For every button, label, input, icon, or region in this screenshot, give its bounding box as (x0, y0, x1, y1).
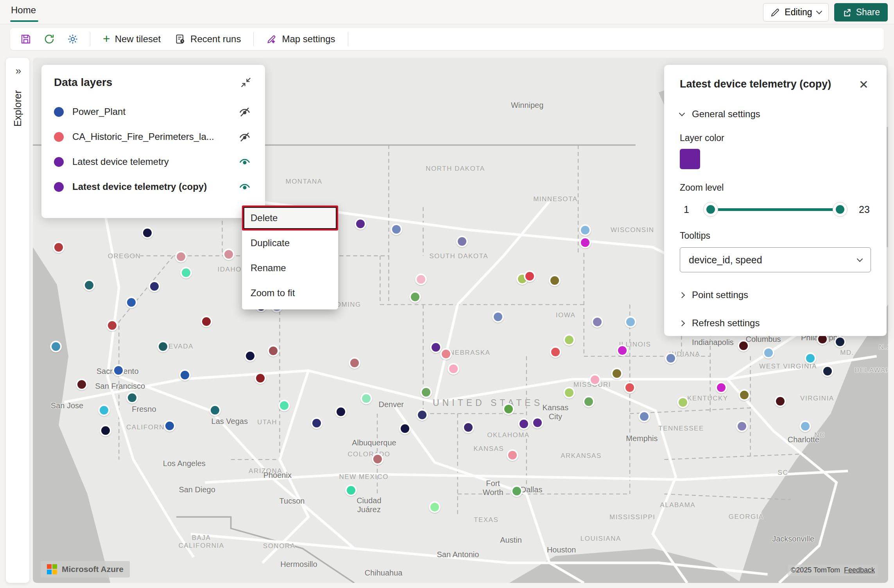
close-icon[interactable]: ✕ (856, 78, 871, 91)
telemetry-point[interactable] (179, 369, 191, 381)
telemetry-point[interactable] (420, 386, 432, 398)
telemetry-point[interactable] (372, 453, 383, 465)
collapse-panel-icon[interactable] (239, 76, 253, 89)
expand-explorer-button[interactable]: » (16, 65, 20, 77)
telemetry-point[interactable] (616, 345, 628, 356)
telemetry-point[interactable] (100, 425, 111, 436)
telemetry-point[interactable] (774, 395, 786, 407)
telemetry-point[interactable] (355, 218, 366, 230)
eye-off-icon[interactable] (237, 129, 253, 145)
telemetry-point[interactable] (106, 320, 118, 331)
telemetry-point[interactable] (335, 406, 347, 418)
telemetry-point[interactable] (511, 485, 523, 497)
telemetry-point[interactable] (126, 392, 138, 404)
telemetry-point[interactable] (98, 404, 110, 416)
eye-icon[interactable] (237, 179, 253, 195)
telemetry-point[interactable] (763, 347, 774, 359)
context-menu-item-delete[interactable]: Delete (242, 206, 338, 231)
telemetry-point[interactable] (244, 350, 256, 362)
refresh-button[interactable] (39, 30, 59, 48)
editing-mode-button[interactable]: Editing (763, 3, 828, 21)
telemetry-point[interactable] (563, 387, 575, 399)
telemetry-point[interactable] (677, 397, 689, 408)
refresh-settings-section-toggle[interactable]: Refresh settings (680, 318, 871, 329)
telemetry-point[interactable] (360, 393, 372, 404)
context-menu-item-zoom-to-fit[interactable]: Zoom to fit (242, 281, 338, 306)
telemetry-point[interactable] (254, 372, 266, 384)
layer-row[interactable]: Latest device telemetry (copy) (54, 174, 253, 199)
telemetry-point[interactable] (53, 241, 64, 253)
slider-track[interactable] (703, 202, 847, 217)
telemetry-point[interactable] (311, 417, 322, 429)
telemetry-point[interactable] (157, 341, 169, 352)
telemetry-point[interactable] (524, 270, 536, 282)
telemetry-point[interactable] (180, 267, 192, 279)
telemetry-point[interactable] (76, 379, 88, 390)
tooltips-dropdown[interactable]: device_id, speed (680, 247, 871, 272)
context-menu-item-duplicate[interactable]: Duplicate (242, 231, 338, 256)
point-settings-section-toggle[interactable]: Point settings (680, 290, 871, 300)
telemetry-point[interactable] (822, 365, 833, 377)
telemetry-point[interactable] (416, 409, 428, 421)
telemetry-point[interactable] (399, 423, 411, 434)
telemetry-point[interactable] (583, 396, 595, 407)
new-tileset-button[interactable]: + New tileset (97, 31, 166, 47)
telemetry-point[interactable] (409, 291, 421, 303)
telemetry-point[interactable] (345, 484, 357, 496)
telemetry-point[interactable] (391, 223, 402, 235)
telemetry-point[interactable] (799, 420, 811, 432)
telemetry-point[interactable] (549, 275, 561, 286)
telemetry-point[interactable] (579, 224, 591, 236)
telemetry-point[interactable] (267, 345, 279, 357)
layer-row[interactable]: CA_Historic_Fire_Perimeters_la... (54, 124, 253, 149)
eye-icon[interactable] (237, 154, 253, 170)
map-settings-button[interactable]: Map settings (261, 31, 340, 47)
layer-row[interactable]: Power_Plant (54, 99, 253, 124)
settings-gear-button[interactable] (63, 30, 83, 48)
telemetry-point[interactable] (589, 374, 601, 386)
telemetry-point[interactable] (624, 382, 636, 393)
telemetry-point[interactable] (591, 316, 603, 328)
telemetry-point[interactable] (503, 403, 514, 415)
telemetry-point[interactable] (201, 316, 212, 327)
telemetry-point[interactable] (738, 389, 750, 401)
telemetry-point[interactable] (209, 404, 221, 416)
telemetry-point[interactable] (638, 411, 650, 422)
telemetry-point[interactable] (149, 281, 160, 292)
telemetry-point[interactable] (223, 248, 235, 260)
telemetry-point[interactable] (518, 418, 530, 430)
telemetry-point[interactable] (456, 236, 468, 247)
telemetry-point[interactable] (563, 334, 575, 346)
share-button[interactable]: Share (834, 3, 888, 21)
telemetry-point[interactable] (440, 348, 452, 360)
layer-color-swatch[interactable] (680, 149, 700, 169)
telemetry-point[interactable] (507, 449, 518, 461)
telemetry-point[interactable] (349, 357, 360, 369)
slider-handle-min[interactable] (703, 202, 718, 217)
telemetry-point[interactable] (83, 279, 95, 291)
telemetry-point[interactable] (429, 501, 441, 513)
tab-home[interactable]: Home (11, 5, 36, 16)
eye-off-icon[interactable] (237, 104, 253, 120)
telemetry-point[interactable] (738, 340, 749, 352)
telemetry-point[interactable] (125, 297, 137, 308)
telemetry-point[interactable] (611, 368, 623, 379)
layer-row[interactable]: Latest device telemetry (54, 149, 253, 174)
telemetry-point[interactable] (804, 352, 816, 364)
save-button[interactable] (16, 30, 36, 48)
telemetry-point[interactable] (625, 316, 636, 328)
telemetry-point[interactable] (448, 363, 459, 375)
telemetry-point[interactable] (430, 341, 442, 353)
telemetry-point[interactable] (550, 346, 561, 358)
context-menu-item-rename[interactable]: Rename (242, 256, 338, 281)
telemetry-point[interactable] (142, 227, 153, 239)
telemetry-point[interactable] (462, 422, 474, 433)
general-settings-section-toggle[interactable]: General settings (680, 109, 871, 120)
recent-runs-button[interactable]: Recent runs (169, 31, 246, 47)
telemetry-point[interactable] (834, 336, 846, 348)
feedback-link[interactable]: Feedback (844, 566, 875, 574)
telemetry-point[interactable] (415, 273, 427, 285)
telemetry-point[interactable] (175, 251, 187, 263)
telemetry-point[interactable] (579, 237, 591, 248)
telemetry-point[interactable] (164, 420, 176, 432)
